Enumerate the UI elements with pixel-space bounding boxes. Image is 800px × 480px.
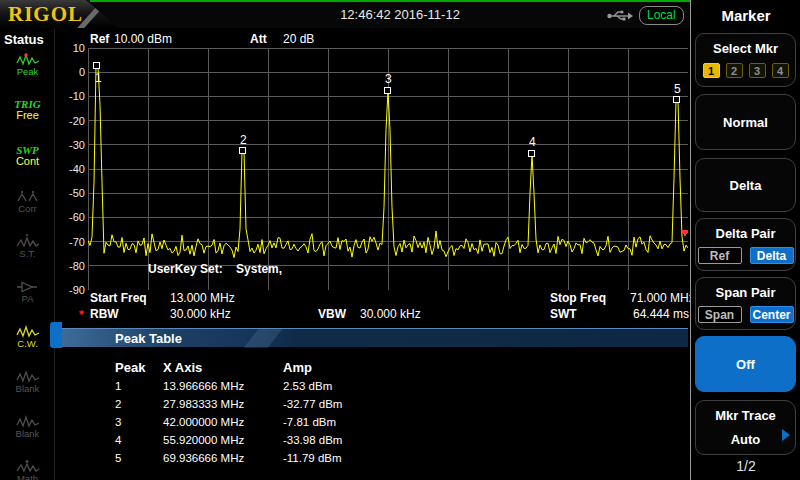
marker-3-number: 3 — [385, 72, 392, 86]
select-mkr-label: Select Mkr — [696, 41, 795, 56]
vbw-label: VBW — [318, 307, 346, 321]
marker-5-square — [673, 96, 680, 103]
stop-freq-value: 71.000 MHz — [630, 291, 695, 305]
marker-4-number: 4 — [529, 135, 536, 149]
stop-freq-label: Stop Freq — [550, 291, 606, 305]
marker-3-square — [384, 87, 391, 94]
status-item-label: Peak — [0, 67, 55, 77]
ref-label: Ref — [90, 32, 109, 46]
instrument-screen: RIGOL 12:46:42 2016-11-12 Local Status P… — [0, 0, 800, 480]
logo-area: RIGOL — [0, 0, 118, 28]
cell-freq: 69.936666 MHz — [163, 452, 244, 464]
status-item-pa: PA — [0, 279, 55, 321]
peak-table-header: Peak X Axis Amp — [0, 360, 688, 376]
peak-icon — [15, 52, 41, 67]
peak-table-row: 227.983333 MHz-32.77 dBm — [0, 398, 688, 416]
side-blue-tab — [50, 322, 62, 348]
swt-label: SWT — [550, 307, 577, 321]
off-button[interactable]: Off — [695, 336, 796, 392]
y-tick--10: -10 — [57, 90, 85, 102]
y-tick--30: -30 — [57, 139, 85, 151]
status-item-trig: TRIGFree — [0, 98, 55, 140]
rbw-label: RBW — [90, 307, 119, 321]
cw-icon — [15, 324, 41, 339]
marker-select-3[interactable]: 3 — [749, 63, 766, 78]
marker-number-boxes: 1234 — [696, 63, 795, 78]
menu-title: Marker — [691, 7, 800, 24]
swt-value: 64.444 ms — [633, 307, 689, 321]
att-label: Att — [250, 32, 267, 46]
header-green-line — [90, 0, 717, 2]
titlebar-diagonal — [244, 329, 283, 348]
datetime-display: 12:46:42 2016-11-12 — [300, 7, 500, 22]
span-pair-label: Span Pair — [696, 285, 795, 300]
y-tick--80: -80 — [57, 260, 85, 272]
cell-peak-num: 3 — [115, 416, 121, 428]
marker-1-square — [93, 62, 100, 69]
peak-table-title: Peak Table — [115, 331, 182, 346]
peak-table-rows: 113.966666 MHz2.53 dBm227.983333 MHz-32.… — [0, 380, 688, 470]
marker-1-number: 1 — [95, 71, 102, 85]
status-item-label: Cont — [0, 156, 55, 166]
status-item-label: Free — [0, 110, 55, 120]
softkey-menu: Marker Select Mkr 1234 Normal Delta Delt… — [690, 0, 800, 480]
peak-table-titlebar: Peak Table — [55, 328, 688, 347]
marker-select-2[interactable]: 2 — [726, 63, 743, 78]
y-tick--40: -40 — [57, 163, 85, 175]
peak-table-row: 342.000000 MHz-7.81 dBm — [0, 416, 688, 434]
submenu-arrow-icon — [782, 429, 790, 441]
status-item-peak: Peak — [0, 52, 55, 94]
start-freq-label: Start Freq — [90, 291, 147, 305]
span-pair-option-center[interactable]: Center — [750, 306, 794, 323]
span-pair-option-span[interactable]: Span — [698, 306, 742, 323]
peak-table-row: 455.920000 MHz-33.98 dBm — [0, 434, 688, 452]
cell-freq: 13.966666 MHz — [163, 380, 244, 392]
corr-icon — [15, 189, 41, 204]
status-item-label: C.W. — [0, 339, 55, 349]
normal-button[interactable]: Normal — [695, 94, 796, 150]
y-tick--50: -50 — [57, 187, 85, 199]
cell-amp: -7.81 dBm — [283, 416, 336, 428]
cell-amp: 2.53 dBm — [283, 380, 332, 392]
y-tick--20: -20 — [57, 115, 85, 127]
y-tick--90: -90 — [57, 284, 85, 296]
delta-pair-option-delta[interactable]: Delta — [750, 247, 794, 264]
cell-amp: -11.79 dBm — [283, 452, 342, 464]
marker-select-4[interactable]: 4 — [772, 63, 789, 78]
marker-5-number: 5 — [674, 82, 681, 96]
rbw-value: 30.000 kHz — [170, 307, 231, 321]
rbw-coupled-star: * — [79, 307, 84, 322]
vbw-value: 30.000 kHz — [360, 307, 421, 321]
col-amp: Amp — [283, 360, 312, 375]
local-mode-badge: Local — [639, 6, 684, 25]
header-bar: RIGOL 12:46:42 2016-11-12 Local — [0, 0, 690, 28]
mkr-trace-button[interactable]: Mkr Trace Auto — [695, 400, 796, 455]
col-xaxis: X Axis — [163, 360, 202, 375]
status-item-label: S.T. — [0, 249, 55, 259]
delta-pair-options: RefDelta — [696, 247, 795, 264]
col-peak: Peak — [115, 360, 145, 375]
cell-freq: 42.000000 MHz — [163, 416, 244, 428]
cell-peak-num: 4 — [115, 434, 121, 446]
cell-freq: 27.983333 MHz — [163, 398, 244, 410]
marker-4-square — [528, 150, 535, 157]
y-tick--60: -60 — [57, 211, 85, 223]
status-item-label: Corr — [0, 204, 55, 214]
status-item-st: S.T. — [0, 234, 55, 276]
status-item-label: PA — [0, 294, 55, 304]
delta-pair-button[interactable]: Delta Pair RefDelta — [695, 218, 796, 271]
delta-pair-option-ref[interactable]: Ref — [698, 247, 742, 264]
menu-page-indicator: 1/2 — [691, 458, 800, 474]
marker-2-square — [239, 147, 246, 154]
off-label: Off — [736, 357, 755, 372]
cell-peak-num: 2 — [115, 398, 121, 410]
y-tick-10: 10 — [57, 42, 85, 54]
cell-freq: 55.920000 MHz — [163, 434, 244, 446]
marker-select-1[interactable]: 1 — [703, 63, 720, 78]
delta-button[interactable]: Delta — [695, 158, 796, 212]
select-mkr-button[interactable]: Select Mkr 1234 — [695, 33, 796, 87]
span-pair-button[interactable]: Span Pair SpanCenter — [695, 277, 796, 330]
marker-2-number: 2 — [240, 133, 247, 147]
span-pair-options: SpanCenter — [696, 306, 795, 323]
status-title: Status — [0, 28, 54, 49]
